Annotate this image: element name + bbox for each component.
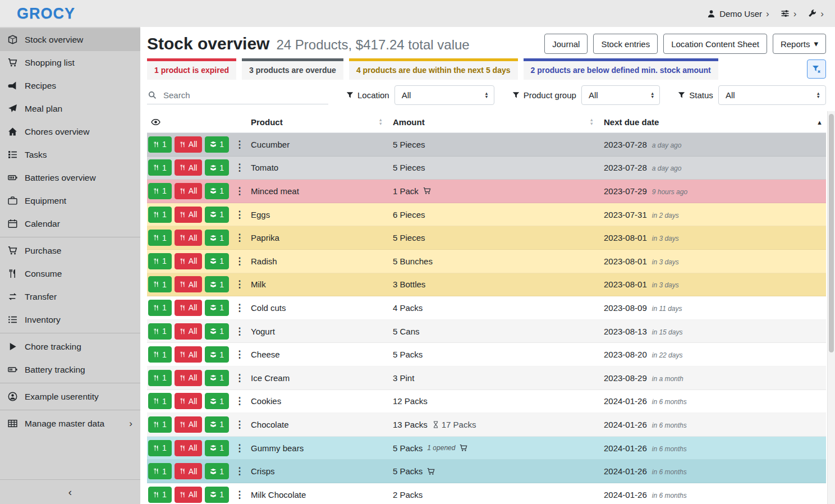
- location-content-sheet-button[interactable]: Location Content Sheet: [663, 34, 767, 54]
- banner-due-soon[interactable]: 4 products are due within the next 5 day…: [349, 58, 518, 80]
- product-name[interactable]: Yogurt: [251, 327, 393, 336]
- row-menu-button[interactable]: ⋮: [232, 327, 247, 336]
- open-one-button[interactable]: 1: [205, 393, 229, 409]
- consume-all-button[interactable]: All: [175, 346, 203, 363]
- open-one-button[interactable]: 1: [205, 183, 229, 199]
- open-one-button[interactable]: 1: [205, 323, 229, 340]
- sidebar-item-manage-master-data[interactable]: Manage master data ›: [0, 412, 140, 435]
- row-menu-button[interactable]: ⋮: [232, 373, 247, 383]
- consume-one-button[interactable]: 1: [148, 416, 172, 433]
- column-header-amount[interactable]: Amount ▲▼: [393, 117, 604, 127]
- banner-expired[interactable]: 1 product is expired: [147, 58, 236, 80]
- sidebar-item-transfer[interactable]: Transfer: [0, 285, 140, 308]
- column-visibility-button[interactable]: [147, 117, 251, 127]
- user-menu[interactable]: Demo User ›: [707, 9, 769, 19]
- product-name[interactable]: Paprika: [251, 233, 393, 242]
- sidebar-item-chores-overview[interactable]: Chores overview: [0, 120, 140, 143]
- consume-all-button[interactable]: All: [175, 183, 203, 199]
- consume-one-button[interactable]: 1: [148, 136, 172, 153]
- sidebar-collapse-button[interactable]: ‹: [0, 479, 140, 504]
- status-select[interactable]: All ▲▼: [718, 85, 826, 105]
- product-name[interactable]: Tomato: [251, 163, 393, 172]
- consume-all-button[interactable]: All: [175, 300, 203, 316]
- consume-one-button[interactable]: 1: [148, 440, 172, 456]
- banner-overdue[interactable]: 3 products are overdue: [242, 58, 343, 80]
- sidebar-item-tasks[interactable]: Tasks: [0, 143, 140, 166]
- column-header-product[interactable]: Product ▲▼: [251, 117, 393, 127]
- consume-all-button[interactable]: All: [175, 207, 203, 223]
- consume-all-button[interactable]: All: [175, 323, 203, 340]
- open-one-button[interactable]: 1: [205, 207, 229, 223]
- product-name[interactable]: Milk: [251, 280, 393, 289]
- consume-all-button[interactable]: All: [175, 393, 203, 409]
- consume-one-button[interactable]: 1: [148, 346, 172, 363]
- consume-all-button[interactable]: All: [175, 463, 203, 479]
- sidebar-item-shopping-list[interactable]: Shopping list: [0, 51, 140, 74]
- row-menu-button[interactable]: ⋮: [232, 420, 247, 429]
- consume-one-button[interactable]: 1: [148, 370, 172, 386]
- product-name[interactable]: Cheese: [251, 350, 393, 359]
- consume-one-button[interactable]: 1: [148, 183, 172, 199]
- consume-one-button[interactable]: 1: [148, 159, 172, 176]
- consume-all-button[interactable]: All: [175, 416, 203, 433]
- sidebar-item-battery-tracking[interactable]: Battery tracking: [0, 358, 140, 381]
- product-name[interactable]: Chocolate: [251, 420, 393, 429]
- consume-all-button[interactable]: All: [175, 440, 203, 456]
- sidebar-item-meal-plan[interactable]: Meal plan: [0, 97, 140, 120]
- open-one-button[interactable]: 1: [205, 300, 229, 316]
- product-name[interactable]: Radish: [251, 256, 393, 266]
- row-menu-button[interactable]: ⋮: [232, 443, 247, 453]
- open-one-button[interactable]: 1: [205, 136, 229, 153]
- admin-menu[interactable]: ›: [808, 9, 824, 19]
- consume-all-button[interactable]: All: [175, 136, 203, 153]
- consume-one-button[interactable]: 1: [148, 207, 172, 223]
- product-name[interactable]: Cucumber: [251, 140, 393, 149]
- row-menu-button[interactable]: ⋮: [232, 350, 247, 359]
- open-one-button[interactable]: 1: [205, 159, 229, 176]
- open-one-button[interactable]: 1: [205, 370, 229, 386]
- settings-menu[interactable]: ›: [781, 9, 797, 19]
- location-select[interactable]: All ▲▼: [394, 85, 494, 105]
- consume-one-button[interactable]: 1: [148, 230, 172, 246]
- sidebar-item-stock-overview[interactable]: Stock overview: [0, 28, 140, 51]
- banner-below-min-stock[interactable]: 2 products are below defined min. stock …: [524, 58, 718, 80]
- row-menu-button[interactable]: ⋮: [232, 186, 247, 196]
- product-name[interactable]: Minced meat: [251, 186, 393, 196]
- product-name[interactable]: Gummy bears: [251, 443, 393, 453]
- clear-filters-button[interactable]: [807, 59, 826, 79]
- product-name[interactable]: Ice Cream: [251, 373, 393, 383]
- sidebar-item-equipment[interactable]: Equipment: [0, 189, 140, 212]
- sidebar-item-recipes[interactable]: Recipes: [0, 74, 140, 97]
- consume-one-button[interactable]: 1: [148, 463, 172, 479]
- row-menu-button[interactable]: ⋮: [232, 210, 247, 219]
- row-menu-button[interactable]: ⋮: [232, 140, 247, 149]
- open-one-button[interactable]: 1: [205, 276, 229, 292]
- search-input[interactable]: [163, 90, 327, 100]
- reports-button[interactable]: Reports ▾: [773, 34, 826, 54]
- product-name[interactable]: Cold cuts: [251, 303, 393, 313]
- consume-all-button[interactable]: All: [175, 253, 203, 269]
- open-one-button[interactable]: 1: [205, 346, 229, 363]
- row-menu-button[interactable]: ⋮: [232, 303, 247, 313]
- product-name[interactable]: Crisps: [251, 466, 393, 476]
- row-menu-button[interactable]: ⋮: [232, 490, 247, 500]
- sidebar-item-consume[interactable]: Consume: [0, 262, 140, 285]
- consume-all-button[interactable]: All: [175, 159, 203, 176]
- consume-all-button[interactable]: All: [175, 487, 203, 503]
- row-menu-button[interactable]: ⋮: [232, 466, 247, 476]
- consume-one-button[interactable]: 1: [148, 393, 172, 409]
- product-name[interactable]: Cookies: [251, 396, 393, 406]
- consume-all-button[interactable]: All: [175, 276, 203, 292]
- consume-one-button[interactable]: 1: [148, 253, 172, 269]
- row-menu-button[interactable]: ⋮: [232, 280, 247, 289]
- open-one-button[interactable]: 1: [205, 416, 229, 433]
- stock-entries-button[interactable]: Stock entries: [593, 34, 658, 54]
- column-header-next-due-date[interactable]: Next due date ▲: [604, 117, 826, 127]
- sidebar-item-batteries-overview[interactable]: Batteries overview: [0, 166, 140, 189]
- open-one-button[interactable]: 1: [205, 463, 229, 479]
- sidebar-item-example-userentity[interactable]: Example userentity: [0, 385, 140, 408]
- product-group-select[interactable]: All ▲▼: [581, 85, 660, 105]
- consume-one-button[interactable]: 1: [148, 487, 172, 503]
- consume-one-button[interactable]: 1: [148, 323, 172, 340]
- open-one-button[interactable]: 1: [205, 253, 229, 269]
